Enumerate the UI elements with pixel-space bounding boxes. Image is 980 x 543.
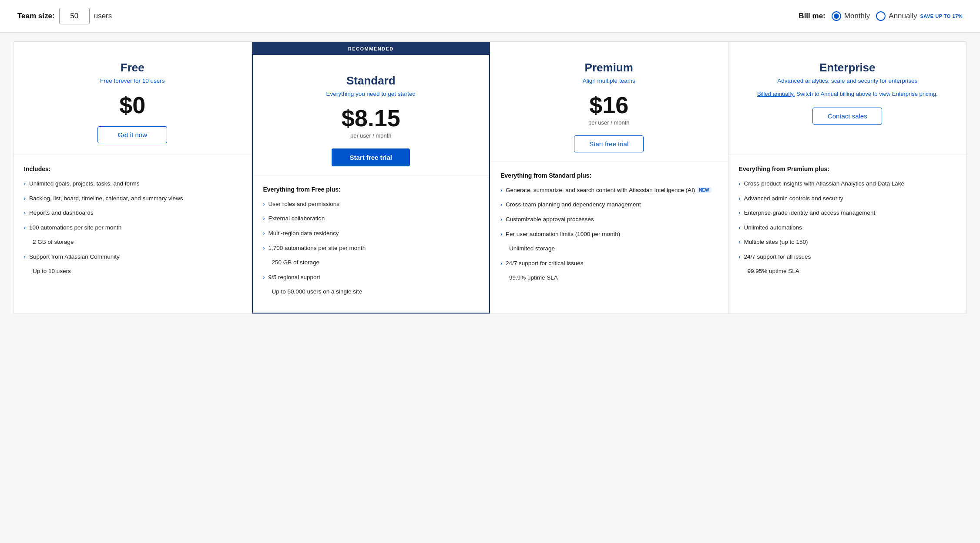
plan-price-note-enterprise: Billed annually. Switch to Annual billin… bbox=[757, 90, 938, 98]
feature-item: › User roles and permissions bbox=[263, 200, 479, 209]
feature-text: 24/7 support for all issues bbox=[744, 253, 811, 261]
plan-card-standard: RECOMMENDED Standard Everything you need… bbox=[252, 42, 490, 314]
feature-text: Multi-region data residency bbox=[268, 229, 339, 238]
plan-name-standard: Standard bbox=[346, 74, 396, 88]
feature-item: 2 GB of storage bbox=[24, 238, 241, 246]
feature-text: Customizable approval processes bbox=[506, 215, 594, 224]
chevron-icon: › bbox=[263, 215, 265, 223]
feature-item: 250 GB of storage bbox=[263, 258, 479, 267]
plan-cta-standard: Start free trial bbox=[332, 148, 410, 166]
feature-item: 99.9% uptime SLA bbox=[500, 273, 718, 282]
save-badge: SAVE UP TO 17% bbox=[920, 13, 963, 19]
billed-annually-link[interactable]: Billed annually. bbox=[757, 91, 795, 97]
feature-text: Enterprise-grade identity and access man… bbox=[744, 209, 876, 217]
feature-text: External collaboration bbox=[268, 214, 325, 223]
chevron-icon: › bbox=[739, 195, 741, 202]
chevron-icon: › bbox=[739, 180, 741, 188]
feature-text: 24/7 support for critical issues bbox=[506, 259, 584, 268]
team-size-label: Team size: bbox=[17, 12, 55, 20]
feature-item: › Backlog, list, board, timeline, calend… bbox=[24, 194, 241, 203]
feature-item: Up to 10 users bbox=[24, 267, 241, 276]
feature-item: › 1,700 automations per site per month bbox=[263, 244, 479, 253]
plan-cta-premium: Start free trial bbox=[574, 135, 644, 152]
feature-item: › External collaboration bbox=[263, 214, 479, 223]
chevron-icon: › bbox=[500, 231, 502, 238]
feature-item: › 9/5 regional support bbox=[263, 273, 479, 282]
chevron-icon: › bbox=[500, 201, 502, 209]
team-size-input[interactable] bbox=[59, 8, 90, 24]
plan-price-free: $0 bbox=[119, 93, 145, 117]
feature-item: › Support from Atlassian Community bbox=[24, 253, 241, 261]
team-size-users-label: users bbox=[94, 12, 112, 20]
feature-text: Up to 10 users bbox=[33, 267, 71, 276]
plan-card-free: Free Free forever for 10 users $0 Get it… bbox=[13, 42, 252, 314]
feature-text: Per user automation limits (1000 per mon… bbox=[506, 230, 620, 239]
feature-item: › 100 automations per site per month bbox=[24, 223, 241, 232]
features-title-enterprise: Everything from Premium plus: bbox=[739, 165, 957, 172]
plan-name-enterprise: Enterprise bbox=[819, 61, 876, 74]
feature-text: Up to 50,000 users on a single site bbox=[272, 287, 362, 296]
annually-radio[interactable]: Annually SAVE UP TO 17% bbox=[876, 11, 963, 21]
plan-name-premium: Premium bbox=[585, 61, 633, 74]
feature-item: › Reports and dashboards bbox=[24, 209, 241, 217]
plan-price-standard: $8.15 bbox=[342, 106, 400, 130]
feature-item: › Unlimited goals, projects, tasks, and … bbox=[24, 179, 241, 188]
enterprise-cta-button[interactable]: Contact sales bbox=[812, 108, 882, 125]
plan-description-enterprise: Advanced analytics, scale and security f… bbox=[777, 77, 917, 85]
top-bar: Team size: users Bill me: Monthly Annual… bbox=[0, 0, 980, 33]
feature-text: Reports and dashboards bbox=[29, 209, 94, 217]
feature-item: › Enterprise-grade identity and access m… bbox=[739, 209, 957, 217]
plan-description-standard: Everything you need to get started bbox=[326, 90, 416, 98]
chevron-icon: › bbox=[263, 230, 265, 237]
chevron-icon: › bbox=[24, 195, 26, 202]
chevron-icon: › bbox=[24, 224, 26, 232]
plan-description-free: Free forever for 10 users bbox=[100, 77, 165, 85]
feature-text: Multiple sites (up to 150) bbox=[744, 238, 808, 246]
feature-text: 9/5 regional support bbox=[268, 273, 320, 282]
team-size-section: Team size: users bbox=[17, 8, 112, 24]
feature-text: 2 GB of storage bbox=[33, 238, 74, 246]
monthly-radio[interactable]: Monthly bbox=[832, 11, 870, 21]
feature-text: Unlimited storage bbox=[509, 244, 555, 253]
plan-cta-enterprise: Contact sales bbox=[812, 108, 882, 125]
billing-section: Bill me: Monthly Annually SAVE UP TO 17% bbox=[799, 11, 963, 21]
plan-header-enterprise: Enterprise Advanced analytics, scale and… bbox=[728, 42, 967, 155]
feature-text: Support from Atlassian Community bbox=[29, 253, 120, 261]
new-badge: NEW bbox=[697, 187, 711, 193]
feature-text: Generate, summarize, and search content … bbox=[506, 186, 712, 195]
feature-item: › Advanced admin controls and security bbox=[739, 194, 957, 203]
chevron-icon: › bbox=[24, 209, 26, 217]
plan-features-premium: Everything from Standard plus: › Generat… bbox=[490, 162, 728, 314]
annually-label: Annually bbox=[889, 12, 917, 20]
standard-cta-button[interactable]: Start free trial bbox=[332, 148, 410, 166]
plan-price-premium: $16 bbox=[589, 93, 628, 117]
feature-text: 1,700 automations per site per month bbox=[268, 244, 366, 253]
premium-cta-button[interactable]: Start free trial bbox=[574, 135, 644, 152]
bill-me-label: Bill me: bbox=[799, 12, 825, 20]
chevron-icon: › bbox=[739, 239, 741, 246]
feature-text: Backlog, list, board, timeline, calendar… bbox=[29, 194, 183, 203]
plans-container: Free Free forever for 10 users $0 Get it… bbox=[13, 41, 967, 314]
free-cta-button[interactable]: Get it now bbox=[97, 126, 167, 143]
plan-name-free: Free bbox=[121, 61, 144, 74]
monthly-radio-circle bbox=[832, 11, 841, 21]
feature-item: › 24/7 support for critical issues bbox=[500, 259, 718, 268]
feature-item: › Cross-product insights with Atlassian … bbox=[739, 179, 957, 188]
feature-text: Cross-product insights with Atlassian An… bbox=[744, 179, 904, 188]
features-title-standard: Everything from Free plus: bbox=[263, 186, 479, 193]
recommended-badge: RECOMMENDED bbox=[253, 43, 490, 55]
plan-price-sub-premium: per user / month bbox=[588, 119, 630, 126]
features-title-premium: Everything from Standard plus: bbox=[500, 172, 718, 179]
chevron-icon: › bbox=[739, 209, 741, 217]
feature-item: › 24/7 support for all issues bbox=[739, 253, 957, 261]
plan-features-free: Includes: › Unlimited goals, projects, t… bbox=[13, 155, 252, 314]
feature-text: Cross-team planning and dependency manag… bbox=[506, 200, 641, 209]
feature-item: Unlimited storage bbox=[500, 244, 718, 253]
chevron-icon: › bbox=[739, 253, 741, 261]
chevron-icon: › bbox=[263, 201, 265, 208]
plan-card-premium: Premium Align multiple teams $16 per use… bbox=[490, 42, 728, 314]
feature-item: › Multiple sites (up to 150) bbox=[739, 238, 957, 246]
chevron-icon: › bbox=[263, 274, 265, 281]
chevron-icon: › bbox=[739, 224, 741, 232]
feature-text: 100 automations per site per month bbox=[29, 223, 121, 232]
